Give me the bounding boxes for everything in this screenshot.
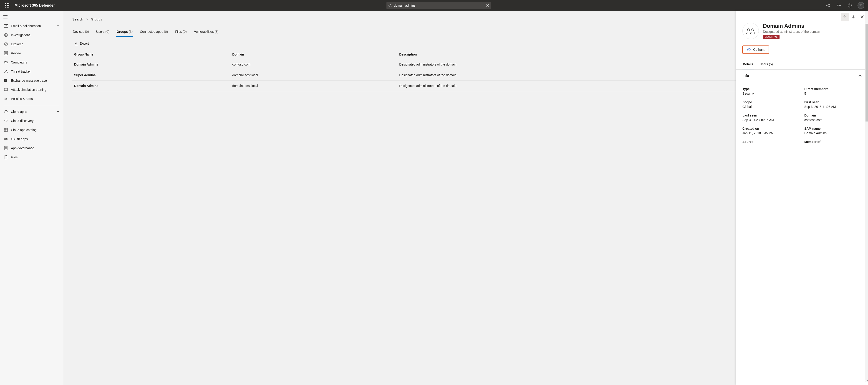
- tab-count: (0): [183, 30, 187, 33]
- go-hunt-icon: [747, 48, 751, 52]
- nav-item-label: OAuth apps: [11, 137, 59, 141]
- panel-header: Domain Admins Designated administrators …: [736, 23, 868, 43]
- global-search[interactable]: [386, 2, 491, 9]
- panel-tabs: Details Users (5): [736, 60, 868, 70]
- tab-files[interactable]: Files (0): [175, 28, 187, 37]
- info-value: Global: [742, 105, 800, 109]
- nav-item-label: Attack simulation training: [11, 88, 59, 91]
- tab-vulnerabilities[interactable]: Vulnerabilities (3): [193, 28, 219, 37]
- info-label: Scope: [742, 100, 800, 104]
- nav-files[interactable]: Files: [0, 153, 63, 162]
- nav-oauth-apps[interactable]: OAuth apps: [0, 135, 63, 144]
- export-label: Export: [80, 42, 89, 45]
- attack-sim-icon: [4, 87, 8, 92]
- svg-rect-40: [4, 130, 6, 131]
- nav-section-label: Cloud apps: [11, 110, 57, 114]
- info-type: Type Security: [742, 87, 800, 95]
- info-direct-members: Direct members 5: [804, 87, 862, 95]
- info-member-of: Member of: [804, 140, 862, 144]
- go-hunt-label: Go hunt: [753, 48, 765, 52]
- governance-icon: [4, 146, 8, 150]
- nav-item-label: Explorer: [11, 42, 59, 46]
- tab-connected-apps[interactable]: Connected apps (0): [140, 28, 168, 37]
- app-launcher[interactable]: [2, 0, 13, 11]
- help-button[interactable]: [845, 0, 855, 11]
- info-value: Sep 3, 2018 11:03 AM: [804, 105, 862, 109]
- panel-tab-details[interactable]: Details: [742, 60, 754, 69]
- breadcrumb-search[interactable]: Search: [72, 17, 83, 21]
- info-source: Source: [742, 140, 800, 144]
- svg-rect-38: [4, 128, 6, 130]
- svg-line-8: [827, 6, 829, 6]
- info-value: Security: [742, 92, 800, 95]
- nav-item-label: Threat tracker: [11, 70, 59, 73]
- nav-campaigns[interactable]: Campaigns: [0, 58, 63, 67]
- account-avatar[interactable]: TA: [858, 2, 864, 9]
- panel-scrollbar[interactable]: [865, 11, 868, 382]
- svg-point-32: [5, 98, 5, 98]
- tab-devices[interactable]: Devices (0): [72, 28, 89, 37]
- export-button[interactable]: Export: [72, 40, 91, 47]
- column-group-name[interactable]: Group Name: [72, 50, 230, 59]
- info-value: Jan 11, 2018 9:45 PM: [742, 131, 800, 135]
- panel-next-button[interactable]: [849, 13, 858, 21]
- sensitive-badge: SENSITIVE: [763, 35, 779, 39]
- nav-item-label: Review: [11, 52, 59, 55]
- panel-title: Domain Admins: [763, 23, 820, 29]
- svg-line-1: [391, 6, 392, 7]
- share-button[interactable]: [823, 0, 833, 11]
- chevron-up-icon: [57, 111, 59, 113]
- nav-investigations[interactable]: Investigations: [0, 30, 63, 39]
- cell-domain: domain1.test.local: [230, 70, 397, 81]
- info-label: SAM name: [804, 127, 862, 130]
- svg-point-34: [5, 99, 6, 100]
- policies-icon: [4, 96, 8, 101]
- info-created-on: Created on Jan 11, 2018 9:45 PM: [742, 127, 800, 135]
- tab-label: Files: [175, 30, 182, 33]
- tab-groups[interactable]: Groups (3): [116, 28, 133, 37]
- info-value: contoso.com: [804, 118, 862, 122]
- svg-text:E: E: [5, 80, 6, 82]
- scroll-down-button[interactable]: [865, 380, 868, 382]
- arrow-down-icon: [851, 15, 855, 19]
- info-label: Type: [742, 87, 800, 91]
- settings-button[interactable]: [834, 0, 844, 11]
- review-icon: [4, 51, 8, 56]
- nav-attack-simulation[interactable]: Attack simulation training: [0, 85, 63, 94]
- go-hunt-button[interactable]: Go hunt: [742, 46, 769, 54]
- info-label: Last seen: [742, 114, 800, 117]
- nav-exchange-message-trace[interactable]: E Exchange message trace: [0, 76, 63, 85]
- tab-users[interactable]: Users (0): [96, 28, 110, 37]
- panel-prev-button[interactable]: [841, 13, 849, 21]
- nav-policies-rules[interactable]: Policies & rules: [0, 94, 63, 103]
- cell-group-name[interactable]: Super Admins: [72, 70, 230, 81]
- clear-search-icon[interactable]: [486, 4, 489, 7]
- nav-item-label: Campaigns: [11, 61, 59, 64]
- nav-threat-tracker[interactable]: Threat tracker: [0, 67, 63, 76]
- info-label: Direct members: [804, 87, 862, 91]
- panel-tab-users[interactable]: Users (5): [759, 60, 773, 69]
- cell-group-name[interactable]: Domain Admins: [72, 59, 230, 70]
- nav-cloud-discovery[interactable]: Cloud discovery: [0, 116, 63, 125]
- column-domain[interactable]: Domain: [230, 50, 397, 59]
- info-label: Domain: [804, 114, 862, 117]
- nav-section-cloud-apps[interactable]: Cloud apps: [0, 107, 63, 116]
- nav-app-governance[interactable]: App governance: [0, 144, 63, 153]
- scrollbar-thumb[interactable]: [866, 24, 868, 121]
- svg-point-9: [838, 5, 840, 6]
- nav-explorer[interactable]: Explorer: [0, 39, 63, 49]
- discovery-icon: [4, 119, 8, 123]
- nav-toggle[interactable]: [0, 12, 11, 21]
- info-sam-name: SAM name Domain Admins: [804, 127, 862, 135]
- column-description[interactable]: Description: [397, 50, 744, 59]
- tab-count: (0): [105, 30, 109, 33]
- chevron-up-icon: [57, 25, 59, 27]
- info-section-header[interactable]: Info: [742, 70, 862, 82]
- nav-review[interactable]: Review: [0, 49, 63, 58]
- nav-cloud-app-catalog[interactable]: Cloud app catalog: [0, 125, 63, 135]
- svg-point-50: [747, 29, 750, 31]
- gear-icon: [837, 3, 841, 7]
- cell-group-name[interactable]: Domain Admins: [72, 81, 230, 91]
- search-input[interactable]: [392, 4, 486, 7]
- nav-section-email-collab[interactable]: Email & collaboration: [0, 21, 63, 30]
